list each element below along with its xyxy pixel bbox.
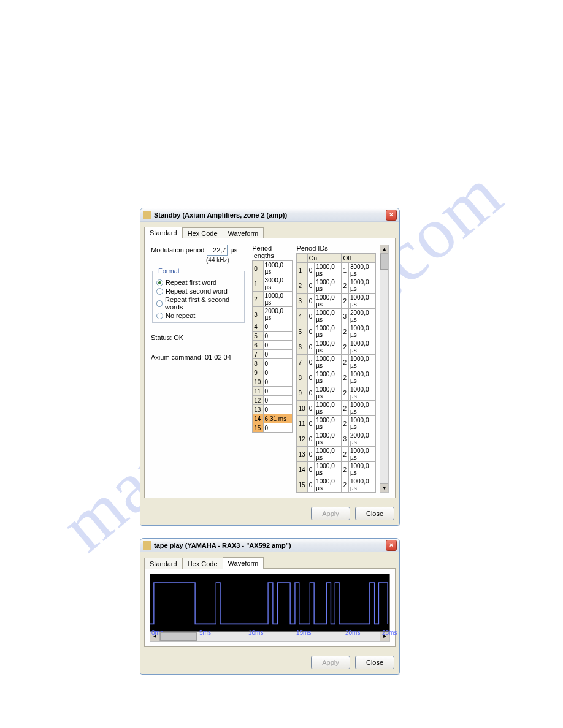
on-value[interactable]: 1000,0 µs [315,324,342,339]
on-value[interactable]: 1000,0 µs [315,263,342,278]
off-id[interactable]: 2 [342,339,348,355]
off-value[interactable]: 1000,0 µs [348,385,375,401]
table-row[interactable]: 150 [253,423,293,433]
tab-waveform[interactable]: Waveform [223,557,264,569]
apply-button[interactable]: Apply [311,656,350,669]
table-row[interactable]: 1501000,0 µs21000,0 µs [297,477,376,493]
period-ids-table[interactable]: OnOff101000,0 µs13000,0 µs201000,0 µs210… [296,253,376,493]
radio-repeat-first-word[interactable] [156,279,163,286]
on-id[interactable]: 0 [307,339,314,355]
row-value[interactable]: 0 [263,359,293,368]
waveform-canvas[interactable]: 0ms5ms10ms15ms20ms25ms [150,574,390,632]
row-value[interactable]: 0 [263,368,293,377]
off-value[interactable]: 1000,0 µs [348,278,375,294]
on-id[interactable]: 0 [307,278,314,294]
table-row[interactable]: 146,31 ms [253,414,293,423]
on-value[interactable]: 1000,0 µs [315,355,342,370]
table-row[interactable]: 501000,0 µs21000,0 µs [297,324,376,339]
row-value[interactable]: 0 [263,405,293,414]
table-row[interactable]: 901000,0 µs21000,0 µs [297,385,376,401]
off-value[interactable]: 1000,0 µs [348,416,375,431]
on-id[interactable]: 0 [307,324,314,339]
off-value[interactable]: 3000,0 µs [348,263,375,278]
off-id[interactable]: 1 [342,263,348,278]
off-value[interactable]: 1000,0 µs [348,477,375,493]
table-row[interactable]: 801000,0 µs21000,0 µs [297,370,376,385]
table-row[interactable]: 701000,0 µs21000,0 µs [297,355,376,370]
on-value[interactable]: 1000,0 µs [315,294,342,309]
scroll-thumb[interactable] [160,632,197,641]
off-id[interactable]: 3 [342,309,348,324]
table-row[interactable]: 601000,0 µs21000,0 µs [297,339,376,355]
table-row[interactable]: 70 [253,350,293,359]
off-value[interactable]: 1000,0 µs [348,447,375,462]
off-id[interactable]: 2 [342,462,348,477]
radio-repeat-both-words[interactable] [156,300,163,307]
off-value[interactable]: 1000,0 µs [348,401,375,416]
tab-standard[interactable]: Standard [144,558,183,569]
on-id[interactable]: 0 [307,431,314,447]
tab-waveform[interactable]: Waveform [223,227,264,238]
titlebar[interactable]: Standby (Axium Amplifiers, zone 2 (amp))… [140,208,399,222]
on-value[interactable]: 1000,0 µs [315,447,342,462]
table-row[interactable]: 100 [253,377,293,387]
table-row[interactable]: 90 [253,368,293,377]
titlebar[interactable]: tape play (YAMAHA - RAX3 - "AX592 amp") … [140,539,399,552]
row-value[interactable]: 0 [263,350,293,359]
table-row[interactable]: 60 [253,341,293,350]
off-value[interactable]: 1000,0 µs [348,339,375,355]
scroll-track[interactable] [380,270,388,483]
on-value[interactable]: 1000,0 µs [315,462,342,477]
table-row[interactable]: 01000,0 µs [253,261,293,276]
off-id[interactable]: 2 [342,278,348,294]
scroll-up-icon[interactable]: ▲ [380,245,388,254]
row-value[interactable]: 2000,0 µs [263,307,293,322]
row-value[interactable]: 6,31 ms [263,414,293,423]
table-row[interactable]: 120 [253,396,293,405]
table-row[interactable]: 110 [253,387,293,396]
table-row[interactable]: 80 [253,359,293,368]
off-value[interactable]: 2000,0 µs [348,309,375,324]
table-row[interactable]: 101000,0 µs13000,0 µs [297,263,376,278]
row-value[interactable]: 0 [263,377,293,387]
tab-standard[interactable]: Standard [144,227,183,238]
on-value[interactable]: 1000,0 µs [315,278,342,294]
table-row[interactable]: 130 [253,405,293,414]
table-row[interactable]: 40 [253,322,293,332]
tab-hexcode[interactable]: Hex Code [182,558,223,569]
table-row[interactable]: 21000,0 µs [253,292,293,307]
off-id[interactable]: 2 [342,324,348,339]
close-icon[interactable]: × [386,210,397,221]
period-lengths-table[interactable]: 01000,0 µs13000,0 µs21000,0 µs32000,0 µs… [252,260,293,433]
horizontal-scrollbar[interactable]: ◄ ► [150,632,390,642]
off-id[interactable]: 2 [342,447,348,462]
table-row[interactable]: 32000,0 µs [253,307,293,322]
radio-no-repeat[interactable] [156,313,163,319]
table-row[interactable]: 201000,0 µs21000,0 µs [297,278,376,294]
on-id[interactable]: 0 [307,263,314,278]
off-id[interactable]: 2 [342,416,348,431]
tab-hexcode[interactable]: Hex Code [182,227,223,238]
on-id[interactable]: 0 [307,447,314,462]
row-value[interactable]: 0 [263,322,293,332]
on-value[interactable]: 1000,0 µs [315,477,342,493]
off-value[interactable]: 2000,0 µs [348,431,375,447]
row-value[interactable]: 1000,0 µs [263,292,293,307]
table-row[interactable]: 1401000,0 µs21000,0 µs [297,462,376,477]
off-id[interactable]: 2 [342,355,348,370]
off-value[interactable]: 1000,0 µs [348,324,375,339]
row-value[interactable]: 1000,0 µs [263,261,293,276]
modulation-input[interactable] [207,245,228,256]
on-value[interactable]: 1000,0 µs [315,416,342,431]
on-value[interactable]: 1000,0 µs [315,339,342,355]
row-value[interactable]: 0 [263,387,293,396]
row-value[interactable]: 0 [263,332,293,341]
vertical-scrollbar[interactable]: ▲ ▼ [380,245,389,493]
table-row[interactable]: 50 [253,332,293,341]
row-value[interactable]: 3000,0 µs [263,276,293,292]
on-id[interactable]: 0 [307,370,314,385]
off-value[interactable]: 1000,0 µs [348,294,375,309]
off-value[interactable]: 1000,0 µs [348,370,375,385]
off-id[interactable]: 2 [342,401,348,416]
row-value[interactable]: 0 [263,396,293,405]
